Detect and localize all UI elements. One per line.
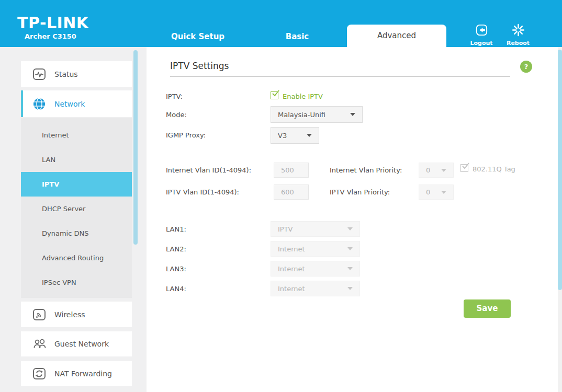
iptv-vlan-priority-value: 0: [426, 188, 430, 196]
submenu-item-dhcp-server[interactable]: DHCP Server: [21, 197, 132, 221]
internet-vlan-priority-select[interactable]: 0: [419, 163, 454, 178]
sidebar-item-label: Guest Network: [54, 340, 109, 348]
lan2-value: Internet: [278, 245, 305, 253]
sidebar-item-label: Status: [54, 70, 78, 78]
sidebar-item-label: Wireless: [54, 310, 85, 319]
reboot-label: Reboot: [503, 40, 533, 47]
router-admin-page: TP-LINK Archer C3150 Quick Setup Basic A…: [0, 0, 562, 392]
tab-basic[interactable]: Basic: [286, 32, 309, 41]
sidebar-scrollbar[interactable]: [133, 50, 138, 245]
header-bar: TP-LINK Archer C3150 Quick Setup Basic A…: [0, 0, 562, 47]
logout-label: Logout: [467, 40, 496, 47]
sidebar-item-network[interactable]: Network: [21, 90, 132, 117]
lan4-value: Internet: [278, 285, 305, 293]
sidebar-item-status[interactable]: Status: [21, 61, 132, 87]
enable-iptv-checkbox[interactable]: [271, 91, 278, 99]
logout-icon: [475, 29, 489, 39]
reboot-button[interactable]: Reboot: [503, 23, 533, 47]
sidebar-item-guest-network[interactable]: Guest Network: [21, 331, 132, 356]
iptv-vlan-priority-select[interactable]: 0: [419, 185, 454, 200]
submenu-item-internet[interactable]: Internet: [21, 123, 132, 147]
sidebar-item-nat-forwarding[interactable]: NAT Forwarding: [21, 361, 132, 386]
main-content: IPTV Settings ? IPTV: Enable IPTV Mode: …: [147, 47, 558, 392]
iptv-vlan-id-label: IPTV Vlan ID(1-4094):: [166, 188, 239, 196]
sidebar-item-label: NAT Forwarding: [54, 370, 112, 378]
chevron-down-icon: [347, 227, 353, 230]
igmp-proxy-select[interactable]: V3: [271, 127, 319, 144]
igmp-proxy-label: IGMP Proxy:: [166, 131, 206, 139]
chevron-down-icon: [350, 113, 355, 116]
chevron-down-icon: [347, 267, 353, 270]
8021q-tag-checkbox[interactable]: [460, 164, 468, 172]
reboot-icon: [511, 29, 525, 39]
internet-vlan-id-label: Internet Vlan ID(1-4094):: [166, 166, 251, 174]
submenu-item-advanced-routing[interactable]: Advanced Routing: [21, 246, 132, 270]
network-submenu: Internet LAN IPTV DHCP Server Dynamic DN…: [21, 118, 132, 298]
save-button[interactable]: Save: [464, 299, 511, 318]
internet-vlan-id-input[interactable]: 500: [274, 163, 309, 178]
lan1-select[interactable]: IPTV: [271, 221, 360, 237]
tab-advanced[interactable]: Advanced: [347, 25, 446, 47]
tab-quick-setup[interactable]: Quick Setup: [171, 32, 224, 41]
lan1-label: LAN1:: [166, 225, 186, 233]
lan2-select[interactable]: Internet: [271, 241, 360, 257]
sidebar-item-label: Network: [54, 100, 85, 108]
logout-button[interactable]: Logout: [467, 23, 496, 47]
lan2-label: LAN2:: [166, 245, 186, 253]
lan3-select[interactable]: Internet: [271, 261, 360, 276]
igmp-proxy-value: V3: [278, 132, 287, 140]
model-name: Archer C3150: [25, 32, 76, 40]
mode-select[interactable]: Malaysia-Unifi: [271, 106, 363, 123]
lan4-label: LAN4:: [166, 285, 186, 293]
enable-iptv-label: Enable IPTV: [283, 93, 323, 100]
page-title: IPTV Settings: [170, 61, 229, 71]
lan1-value: IPTV: [278, 225, 293, 233]
lan4-select[interactable]: Internet: [271, 281, 360, 296]
iptv-vlan-priority-label: IPTV Vlan Priority:: [330, 188, 390, 196]
internet-vlan-priority-label: Internet Vlan Priority:: [330, 166, 402, 174]
mode-value: Malaysia-Unifi: [278, 111, 325, 119]
chevron-down-icon: [307, 134, 312, 137]
chevron-down-icon: [347, 247, 353, 250]
page-scrollbar[interactable]: [558, 50, 562, 290]
submenu-item-iptv[interactable]: IPTV: [21, 172, 132, 197]
lan3-label: LAN3:: [166, 265, 186, 273]
wireless-icon: [32, 308, 47, 321]
tplink-logo: TP-LINK: [17, 14, 89, 32]
sidebar: Status Network Internet LAN IPTV DHCP Se…: [0, 47, 147, 392]
title-divider: [170, 76, 510, 77]
submenu-item-dynamic-dns[interactable]: Dynamic DNS: [21, 221, 132, 246]
submenu-item-ipsec-vpn[interactable]: IPSec VPN: [21, 270, 132, 295]
help-button[interactable]: ?: [520, 61, 532, 73]
sidebar-item-wireless[interactable]: Wireless: [21, 302, 132, 327]
chevron-down-icon: [347, 287, 353, 290]
iptv-label: IPTV:: [166, 93, 183, 100]
mode-label: Mode:: [166, 111, 187, 119]
nat-forwarding-icon: [32, 367, 47, 381]
lan3-value: Internet: [278, 265, 305, 273]
iptv-vlan-id-input[interactable]: 600: [274, 185, 309, 200]
8021q-tag-label: 802.11Q Tag: [473, 165, 515, 173]
submenu-item-lan[interactable]: LAN: [21, 147, 132, 172]
status-icon: [32, 67, 47, 81]
globe-icon: [32, 97, 47, 111]
guest-network-icon: [32, 338, 47, 350]
internet-vlan-priority-value: 0: [426, 166, 430, 174]
chevron-down-icon: [441, 169, 446, 172]
chevron-down-icon: [441, 191, 446, 194]
